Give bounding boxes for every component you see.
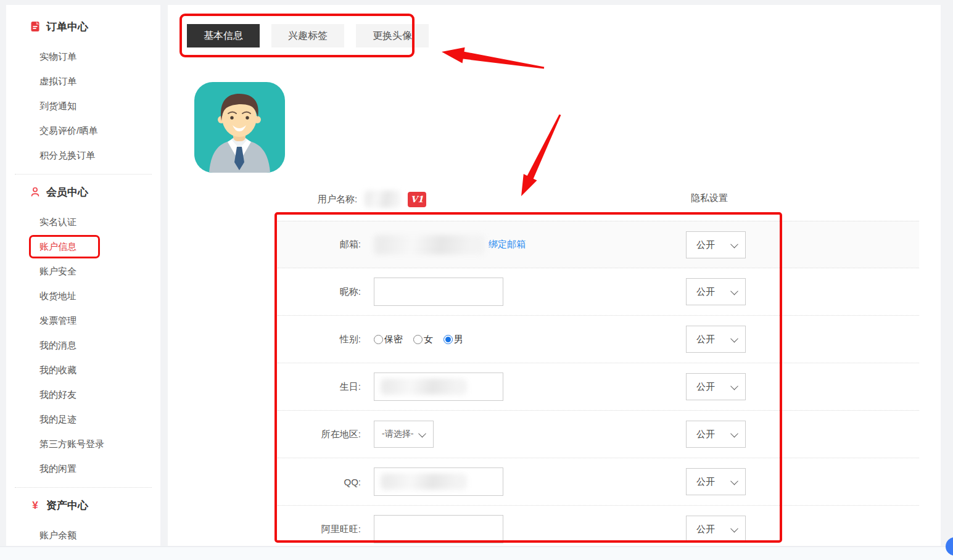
chevron-down-icon <box>730 429 738 437</box>
privacy-select[interactable]: 公开 <box>686 231 746 258</box>
wangwang-content <box>374 515 503 543</box>
sidebar-item[interactable]: 我的足迹 <box>6 407 160 432</box>
radio-dot <box>413 335 423 344</box>
tab-bar: 基本信息兴趣标签更换头像 <box>187 24 429 47</box>
form-row-qq: QQ:公开 <box>278 458 919 506</box>
sidebar-section-items: 实物订单虚拟订单到货通知交易评价/晒单积分兑换订单 <box>6 44 160 168</box>
gender-radio-女[interactable]: 女 <box>413 334 433 345</box>
sidebar-section-title: 订单中心 <box>46 20 88 34</box>
form-row-birthday: 生日:公开 <box>278 363 919 411</box>
gender-radio-男[interactable]: 男 <box>443 334 463 345</box>
wangwang-label: 阿里旺旺: <box>278 524 361 535</box>
username-value-blurred <box>365 191 400 208</box>
radio-label: 保密 <box>384 334 403 345</box>
sidebar-item[interactable]: 账户信息 <box>6 234 160 259</box>
sidebar-item[interactable]: 积分兑换订单 <box>6 143 160 168</box>
sidebar-item[interactable]: 我的消息 <box>6 333 160 358</box>
asset-icon: ¥ <box>30 500 41 511</box>
privacy-select-value: 公开 <box>696 239 715 251</box>
privacy-select[interactable]: 公开 <box>686 421 746 448</box>
sidebar-item[interactable]: 收货地址 <box>6 284 160 308</box>
email-value-blurred <box>374 235 485 255</box>
sidebar-section-title: 资产中心 <box>46 498 88 513</box>
email-content: 绑定邮箱 <box>374 235 526 255</box>
sidebar-section-items: 账户余额 <box>6 523 160 546</box>
form-row-gender: 性别:保密女男公开 <box>278 316 919 363</box>
sidebar-item[interactable]: 到货通知 <box>6 94 160 118</box>
sidebar-item[interactable]: 第三方账号登录 <box>6 432 160 456</box>
sidebar-item[interactable]: 发票管理 <box>6 308 160 333</box>
chevron-down-icon <box>418 429 426 437</box>
gender-radio-group: 保密女男 <box>374 334 463 345</box>
tab[interactable]: 兴趣标签 <box>271 24 344 47</box>
email-label: 邮箱: <box>278 239 361 250</box>
chevron-down-icon <box>730 382 738 390</box>
gender-radio-保密[interactable]: 保密 <box>374 334 403 345</box>
username-label: 用户名称: <box>318 194 357 205</box>
radio-label: 女 <box>424 334 433 345</box>
main-card: 基本信息兴趣标签更换头像 用户名称: V1 <box>168 5 941 546</box>
region-content: -请选择- <box>374 421 434 448</box>
sidebar-divider <box>15 174 152 175</box>
username-row: 用户名称: V1 <box>318 189 426 210</box>
sidebar-section-header: ¥资产中心 <box>6 495 160 516</box>
sidebar-item[interactable]: 实名认证 <box>6 210 160 234</box>
qq-input[interactable] <box>374 467 503 496</box>
birthday-input[interactable] <box>374 373 503 401</box>
sidebar-item[interactable]: 我的好友 <box>6 382 160 407</box>
tab[interactable]: 更换头像 <box>356 24 429 47</box>
birthday-content <box>374 373 503 401</box>
nickname-input[interactable] <box>374 278 503 306</box>
sidebar: 订单中心实物订单虚拟订单到货通知交易评价/晒单积分兑换订单会员中心实名认证账户信… <box>6 5 160 546</box>
sidebar-item[interactable]: 虚拟订单 <box>6 69 160 94</box>
privacy-select[interactable]: 公开 <box>686 373 746 400</box>
sidebar-section-title: 会员中心 <box>46 185 88 199</box>
chevron-down-icon <box>730 334 738 342</box>
privacy-select-value: 公开 <box>696 286 715 298</box>
sidebar-section-header: 会员中心 <box>6 181 160 202</box>
privacy-select-value: 公开 <box>696 381 715 393</box>
privacy-select[interactable]: 公开 <box>686 468 746 495</box>
order-icon <box>30 21 41 32</box>
privacy-select[interactable]: 公开 <box>686 516 746 543</box>
qq-value-blurred <box>381 474 467 490</box>
sidebar-item[interactable]: 交易评价/晒单 <box>6 118 160 143</box>
radio-label: 男 <box>454 334 463 345</box>
chevron-down-icon <box>730 524 738 532</box>
nickname-content <box>374 278 503 306</box>
chevron-down-icon <box>730 477 738 485</box>
sidebar-item[interactable]: 我的收藏 <box>6 358 160 382</box>
sidebar-divider <box>15 487 152 488</box>
form-row-wangwang: 阿里旺旺:公开 <box>278 506 919 546</box>
tab[interactable]: 基本信息 <box>187 24 260 47</box>
gender-label: 性别: <box>278 334 361 345</box>
gender-content: 保密女男 <box>374 334 463 345</box>
privacy-select-value: 公开 <box>696 334 715 345</box>
privacy-select-value: 公开 <box>696 429 715 440</box>
member-level-badge: V1 <box>408 192 426 207</box>
sidebar-section-header: 订单中心 <box>6 16 160 37</box>
privacy-select[interactable]: 公开 <box>686 278 746 305</box>
qq-content <box>374 467 503 496</box>
wangwang-input[interactable] <box>374 515 503 543</box>
chevron-down-icon <box>730 287 738 295</box>
privacy-select[interactable]: 公开 <box>686 326 746 353</box>
chevron-down-icon <box>730 240 738 248</box>
sidebar-item[interactable]: 账户安全 <box>6 259 160 284</box>
sidebar-item[interactable]: 账户余额 <box>6 523 160 546</box>
sidebar-item[interactable]: 我的闲置 <box>6 456 160 481</box>
sidebar-item[interactable]: 实物订单 <box>6 44 160 69</box>
radio-dot <box>374 335 383 344</box>
form-row-region: 所在地区:-请选择-公开 <box>278 411 919 458</box>
bind-email-link[interactable]: 绑定邮箱 <box>489 239 526 250</box>
birthday-value-blurred <box>381 379 467 395</box>
region-label: 所在地区: <box>278 429 361 440</box>
form-row-email: 邮箱:绑定邮箱公开 <box>278 221 919 268</box>
sidebar-section-items: 实名认证账户信息账户安全收货地址发票管理我的消息我的收藏我的好友我的足迹第三方账… <box>6 210 160 481</box>
profile-form: 邮箱:绑定邮箱公开昵称:公开性别:保密女男公开生日:公开所在地区:-请选择-公开… <box>278 221 919 546</box>
region-select[interactable]: -请选择- <box>374 421 434 448</box>
privacy-select-value: 公开 <box>696 524 715 535</box>
privacy-select-value: 公开 <box>696 476 715 488</box>
horizontal-scrollbar-track[interactable] <box>0 546 953 560</box>
qq-label: QQ: <box>278 477 361 487</box>
